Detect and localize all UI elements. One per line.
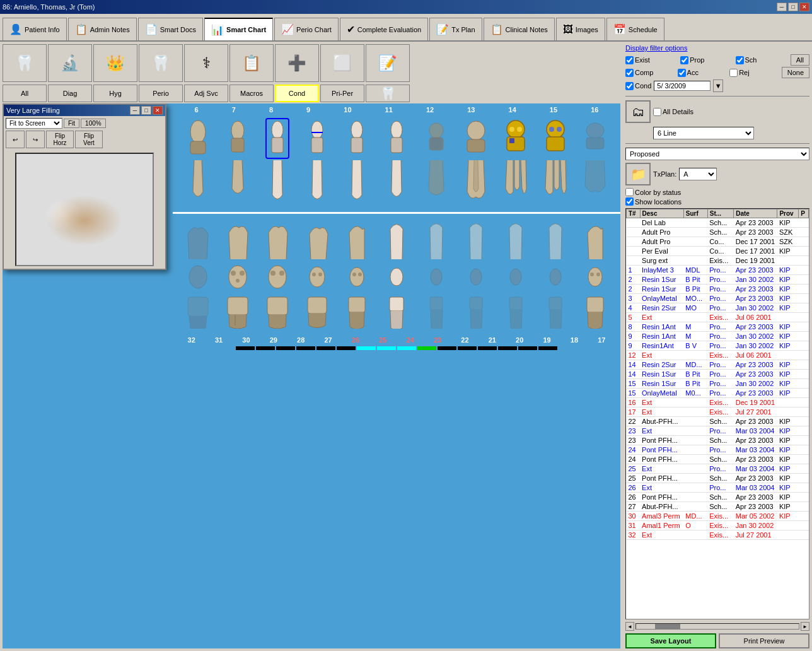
- tooth-8-crown[interactable]: [265, 118, 289, 159]
- float-restore-btn[interactable]: □: [141, 106, 151, 115]
- table-row[interactable]: 27Abut-PFH...Sch...Apr 23 2003KIP: [627, 502, 809, 512]
- detail-icon-btn[interactable]: 🗂: [625, 100, 651, 123]
- tooth-15-crown[interactable]: [543, 118, 567, 159]
- fit-btn[interactable]: Fit: [64, 119, 79, 128]
- tooth-26-occlusal[interactable]: [543, 261, 567, 293]
- tab-smart-chart[interactable]: 📊 Smart Chart: [204, 18, 273, 40]
- tooth-24-facial[interactable]: [464, 294, 488, 332]
- tooth-13-crown[interactable]: [464, 118, 488, 159]
- proposed-select[interactable]: Proposed Completed All: [625, 148, 809, 160]
- tooth-20-occlusal[interactable]: [305, 261, 329, 293]
- all-btn[interactable]: All: [791, 54, 809, 66]
- table-row[interactable]: 12ExtExis...Jul 06 2001: [627, 351, 809, 360]
- table-row[interactable]: 26ExtPro...Mar 03 2004KIP: [627, 483, 809, 493]
- tool-btn-icon6[interactable]: 📋: [229, 44, 274, 82]
- flip-vert-btn[interactable]: FlipVert: [75, 131, 103, 148]
- table-row[interactable]: 22Abut-PFH...Sch...Apr 23 2003KIP: [627, 417, 809, 426]
- table-row[interactable]: 15OnlayMetalM0...Pro...Apr 23 2003KIP: [627, 389, 809, 398]
- txplan-select[interactable]: A B C: [679, 168, 717, 180]
- color-status-checkbox[interactable]: [625, 188, 634, 196]
- tool-btn-icon9[interactable]: 📝: [366, 44, 410, 82]
- btn-pri-per[interactable]: Pri-Per: [320, 85, 364, 102]
- tab-smart-docs[interactable]: 📄 Smart Docs: [138, 18, 203, 40]
- table-row[interactable]: 8Resin 1AntMPro...Apr 23 2003KIP: [627, 322, 809, 332]
- table-row[interactable]: 3OnlayMetalMO...Pro...Apr 23 2003KIP: [627, 294, 809, 303]
- date-dropdown-btn[interactable]: ▼: [713, 79, 723, 92]
- table-row[interactable]: 14Resin 2SurMD...Pro...Apr 23 2003KIP: [627, 360, 809, 370]
- tooth-27-occlusal[interactable]: [583, 261, 607, 293]
- tool-btn-icon7[interactable]: ➕: [275, 44, 319, 82]
- tool-btn-icon4[interactable]: 🦷: [139, 44, 183, 82]
- tool-btn-icon8[interactable]: ⬜: [320, 44, 364, 82]
- table-row[interactable]: Per EvalCo...Dec 17 2001KIP: [627, 247, 809, 256]
- tooth-24-occlusal[interactable]: [464, 261, 488, 293]
- tooth-23-facial[interactable]: [424, 294, 448, 332]
- date-input[interactable]: [654, 81, 710, 91]
- scroll-right-btn[interactable]: ►: [801, 622, 809, 631]
- table-row[interactable]: 25ExtPro...Mar 03 2004KIP: [627, 464, 809, 474]
- tooth-18-facial[interactable]: [226, 294, 250, 332]
- table-row[interactable]: 4Resin 2SurMOPro...Jan 30 2002KIP: [627, 303, 809, 313]
- line-select[interactable]: 6 Line 4 Line 8 Line: [653, 127, 754, 139]
- tool-btn-icon2[interactable]: 🔬: [48, 44, 92, 82]
- tool-btn-icon3[interactable]: 👑: [93, 44, 137, 82]
- tooth-16-crown[interactable]: [583, 118, 607, 159]
- tooth-26-facial[interactable]: [543, 294, 567, 332]
- tooth-11-crown[interactable]: [385, 118, 409, 159]
- show-locations-checkbox[interactable]: [625, 197, 634, 206]
- tooth-17-occlusal[interactable]: [186, 261, 210, 293]
- none-btn[interactable]: None: [782, 67, 809, 78]
- btn-adj-svc[interactable]: Adj Svc: [184, 85, 228, 102]
- prop-checkbox[interactable]: [680, 56, 688, 64]
- tooth-22-occlusal[interactable]: [385, 261, 409, 293]
- float-close-btn[interactable]: ✕: [153, 106, 163, 115]
- table-row[interactable]: 16ExtExis...Dec 19 2001: [627, 398, 809, 408]
- save-layout-btn[interactable]: Save Layout: [625, 633, 716, 648]
- tab-complete-eval[interactable]: ✔ Complete Evaluation: [340, 18, 429, 40]
- tab-tx-plan[interactable]: 📝 Tx Plan: [429, 18, 482, 40]
- sch-checkbox[interactable]: [736, 56, 744, 64]
- acc-checkbox[interactable]: [678, 69, 686, 77]
- tooth-19-facial[interactable]: [265, 294, 289, 332]
- table-row[interactable]: 31Amal1 PermOExis...Jan 30 2002: [627, 521, 809, 531]
- table-row[interactable]: 26Pont PFH...Sch...Apr 23 2003KIP: [627, 493, 809, 502]
- tooth-6-crown[interactable]: [186, 118, 210, 159]
- table-row[interactable]: 2Resin 1SurB PitPro...Jan 30 2002KIP: [627, 275, 809, 284]
- tooth-22-facial[interactable]: [385, 294, 409, 332]
- tooth-21-occlusal[interactable]: [345, 261, 369, 293]
- float-minimize-btn[interactable]: ─: [130, 106, 140, 115]
- table-row[interactable]: Adult ProCo...Dec 17 2001SZK: [627, 237, 809, 247]
- tooth-7-crown[interactable]: [226, 118, 250, 159]
- btn-diag[interactable]: Diag: [48, 85, 92, 102]
- tooth-10-crown[interactable]: [345, 118, 369, 159]
- undo-btn[interactable]: ↩: [6, 131, 25, 148]
- table-row[interactable]: 23Pont PFH...Sch...Apr 23 2003KIP: [627, 436, 809, 445]
- tooth-27-facial[interactable]: [583, 294, 607, 332]
- tab-schedule[interactable]: 📅 Schedule: [606, 18, 664, 40]
- table-row[interactable]: 24Pont PFH...Pro...Mar 03 2004KIP: [627, 445, 809, 455]
- horizontal-scrollbar[interactable]: ◄ ►: [625, 622, 809, 631]
- table-row[interactable]: 23ExtPro...Mar 03 2004KIP: [627, 426, 809, 436]
- tooth-19-occlusal[interactable]: [265, 261, 289, 293]
- table-row[interactable]: 32ExtExis...Jul 27 2001: [627, 531, 809, 540]
- tab-admin-notes[interactable]: 📋 Admin Notes: [68, 18, 137, 40]
- tooth-12-crown[interactable]: [424, 118, 448, 159]
- tab-images[interactable]: 🖼 Images: [556, 18, 605, 40]
- table-row[interactable]: 24Pont PFH...Sch...Apr 23 2003KIP: [627, 455, 809, 464]
- btn-extra[interactable]: 🦷: [366, 85, 410, 102]
- tab-clinical-notes[interactable]: 📋 Clinical Notes: [484, 18, 555, 40]
- close-btn[interactable]: ✕: [799, 3, 809, 11]
- table-row[interactable]: Adult ProSch...Apr 23 2003SZK: [627, 228, 809, 237]
- tooth-17-facial[interactable]: [186, 294, 210, 332]
- table-row[interactable]: 5ExtExis...Jul 06 2001: [627, 313, 809, 322]
- all-details-checkbox[interactable]: [653, 108, 661, 116]
- btn-perio[interactable]: Perio: [139, 85, 183, 102]
- table-row[interactable]: 15Resin 1SurB PitPro...Jan 30 2002KIP: [627, 379, 809, 389]
- tooth-23-occlusal[interactable]: [424, 261, 448, 293]
- filter-title[interactable]: Display filter options: [625, 44, 809, 52]
- table-row[interactable]: 9Resin 1AntMPro...Jan 30 2002KIP: [627, 332, 809, 341]
- table-row[interactable]: 17ExtExis...Jul 27 2001: [627, 408, 809, 417]
- scroll-left-btn[interactable]: ◄: [625, 622, 634, 631]
- txplan-icon-btn[interactable]: 📁: [625, 163, 651, 185]
- tool-btn-icon5[interactable]: ⚕: [184, 44, 228, 82]
